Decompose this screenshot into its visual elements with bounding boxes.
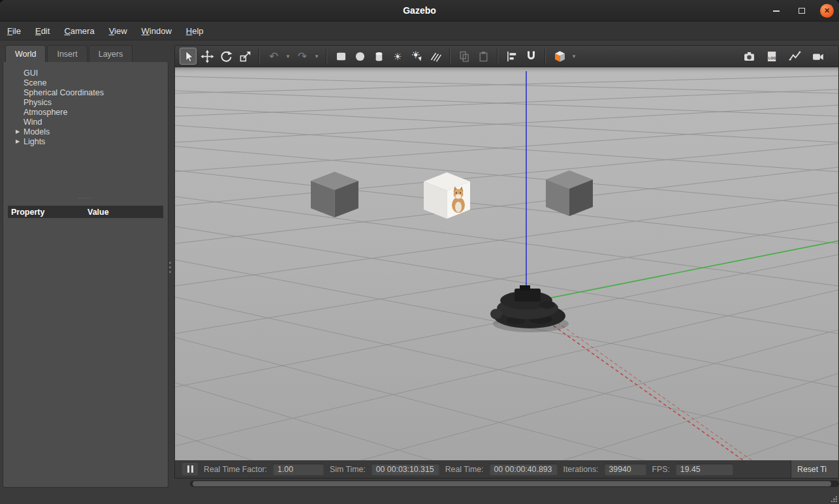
scrollbar-row: [174, 479, 839, 488]
horizontal-scrollbar-thumb[interactable]: [193, 481, 831, 486]
real-time-factor-value[interactable]: 1.00: [273, 464, 324, 475]
tree-item-spherical-coordinates[interactable]: Spherical Coordinates: [3, 87, 168, 97]
tree-item-gui[interactable]: GUI: [3, 68, 168, 78]
copy-button[interactable]: [456, 48, 473, 65]
cube-cat-texture[interactable]: [424, 172, 470, 219]
real-time-label: Real Time:: [445, 465, 484, 474]
align-tool-button[interactable]: [503, 48, 520, 65]
select-tool-button[interactable]: [180, 48, 197, 65]
paste-button[interactable]: [475, 48, 492, 65]
pause-icon: [187, 465, 189, 473]
pause-icon: [191, 465, 193, 473]
tree-item-models[interactable]: ▶Models: [3, 127, 168, 136]
point-light-icon: ☀: [393, 52, 402, 61]
tree-item-label: Spherical Coordinates: [24, 88, 104, 97]
toolbar-separator: [545, 49, 546, 63]
tree-item-label: Atmosphere: [24, 108, 67, 117]
rotate-tool-button[interactable]: [217, 48, 234, 65]
redo-dropdown[interactable]: ▾: [313, 48, 321, 65]
scale-tool-button[interactable]: [236, 48, 253, 65]
tab-layers[interactable]: Layers: [89, 45, 133, 62]
align-icon: [505, 50, 519, 63]
horizontal-scrollbar[interactable]: [190, 480, 839, 487]
insert-point-light-button[interactable]: ☀: [389, 48, 406, 65]
maximize-icon: [799, 8, 805, 14]
sphere-icon: [353, 50, 367, 63]
property-column-header: Property: [8, 208, 87, 217]
redo-button[interactable]: ↷: [294, 48, 311, 65]
undo-icon: ↶: [269, 51, 278, 62]
cube-gray-right[interactable]: [546, 170, 593, 216]
directional-light-icon: [429, 50, 443, 63]
panel-splitter-handle[interactable]: ·····: [3, 196, 168, 201]
sim-time-value[interactable]: 00 00:03:10.315: [372, 464, 439, 475]
video-record-button[interactable]: [809, 48, 826, 65]
toolbar-separator: [497, 49, 498, 63]
insert-directional-light-button[interactable]: [427, 48, 444, 65]
redo-icon: ↷: [298, 51, 307, 62]
close-button[interactable]: ✕: [820, 4, 834, 18]
gazebo-window: Gazebo ✕ File Edit Camera View Window He…: [0, 0, 839, 504]
insert-cylinder-button[interactable]: [370, 48, 387, 65]
tree-item-label: Wind: [24, 118, 42, 127]
undo-button[interactable]: ↶: [265, 48, 282, 65]
world-tree-panel: GUI Scene Spherical Coordinates Physics …: [3, 62, 168, 488]
plot-window-button[interactable]: [786, 48, 803, 65]
pause-button[interactable]: [182, 463, 198, 475]
window-controls: ✕: [769, 0, 834, 22]
menu-camera[interactable]: Camera: [64, 26, 94, 36]
log-record-button[interactable]: LOG: [763, 48, 780, 65]
reset-time-button[interactable]: Reset Ti: [791, 460, 838, 478]
minimize-button[interactable]: [769, 4, 784, 18]
x-axis-line-secondary: [538, 309, 753, 460]
fps-value[interactable]: 19.45: [676, 464, 733, 475]
cube-gray-left[interactable]: [311, 172, 358, 217]
snap-tool-button[interactable]: [522, 48, 539, 65]
tree-item-physics[interactable]: Physics: [3, 97, 168, 107]
tree-item-label: Physics: [24, 98, 52, 107]
scene-3d: [175, 67, 838, 460]
maximize-button[interactable]: [795, 4, 809, 18]
video-camera-icon: [811, 50, 825, 63]
tree-item-atmosphere[interactable]: Atmosphere: [3, 107, 168, 117]
view-angle-dropdown[interactable]: ▾: [570, 48, 578, 65]
robot-model[interactable]: [490, 285, 569, 332]
iterations-value[interactable]: 39940: [605, 464, 646, 475]
toolbar-separator: [449, 49, 451, 63]
y-axis-line: [531, 241, 838, 302]
window-resize-grip[interactable]: [831, 496, 838, 503]
tree-item-lights[interactable]: ▶Lights: [3, 136, 168, 146]
ground-grid: [175, 76, 838, 460]
iterations-label: Iterations:: [563, 465, 599, 474]
menu-help[interactable]: Help: [186, 26, 204, 36]
plot-icon: [788, 50, 802, 63]
magnet-icon: [524, 50, 538, 63]
toolbar-separator: [326, 49, 327, 63]
insert-box-button[interactable]: [332, 48, 349, 65]
tab-insert[interactable]: Insert: [47, 45, 87, 62]
menu-file[interactable]: File: [7, 26, 21, 36]
screenshot-button[interactable]: [740, 48, 757, 65]
real-time-value[interactable]: 00 00:00:40.893: [490, 464, 558, 475]
tree-item-wind[interactable]: Wind: [3, 117, 168, 127]
tree-item-scene[interactable]: Scene: [3, 78, 168, 87]
menu-window[interactable]: Window: [142, 26, 172, 36]
log-icon-label: LOG: [768, 55, 776, 59]
spot-light-icon: [410, 50, 424, 63]
property-table-header: Property Value: [8, 206, 163, 218]
tab-world[interactable]: World: [5, 45, 46, 62]
titlebar[interactable]: Gazebo ✕: [0, 0, 839, 22]
cursor-icon: [182, 50, 195, 63]
menu-view[interactable]: View: [109, 26, 127, 36]
translate-tool-button[interactable]: [198, 48, 215, 65]
undo-dropdown[interactable]: ▾: [284, 48, 292, 65]
view-angle-button[interactable]: [551, 48, 568, 65]
expand-arrow-icon[interactable]: ▶: [16, 129, 24, 134]
toolbar-separator: [259, 49, 260, 63]
render-canvas[interactable]: [174, 67, 839, 460]
insert-spot-light-button[interactable]: [408, 48, 425, 65]
fps-label: FPS:: [652, 465, 670, 474]
expand-arrow-icon[interactable]: ▶: [16, 138, 24, 144]
menu-edit[interactable]: Edit: [35, 26, 50, 36]
insert-sphere-button[interactable]: [351, 48, 368, 65]
